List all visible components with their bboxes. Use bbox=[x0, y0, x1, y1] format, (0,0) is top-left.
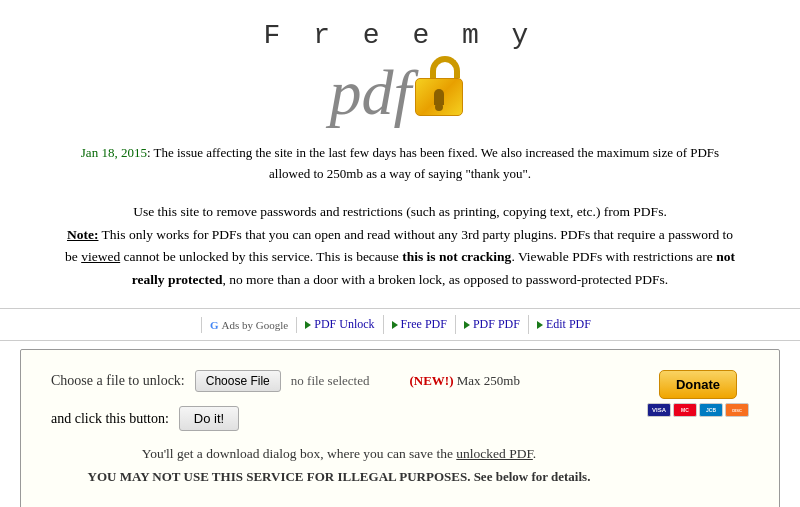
new-text: (NEW!) bbox=[409, 373, 453, 388]
header-title: F r e e m y bbox=[0, 20, 800, 51]
mastercard-icon: MC bbox=[673, 403, 697, 417]
triangle-icon-1 bbox=[392, 321, 398, 329]
news-date-link[interactable]: Jan 18, 2015 bbox=[81, 145, 147, 160]
not-cracking: this is not cracking bbox=[402, 249, 511, 264]
button-label: and click this button: bbox=[51, 411, 169, 427]
info-text: You'll get a download dialog box, where … bbox=[51, 443, 627, 488]
description: Use this site to remove passwords and re… bbox=[0, 193, 800, 301]
discover-icon: DISC bbox=[725, 403, 749, 417]
adbar-item-3[interactable]: Edit PDF bbox=[529, 315, 599, 334]
header: F r e e m y pdf bbox=[0, 0, 800, 135]
triangle-icon-3 bbox=[537, 321, 543, 329]
main-box-inner: Choose a file to unlock: Choose File no … bbox=[51, 370, 749, 488]
file-row: Choose a file to unlock: Choose File no … bbox=[51, 370, 627, 392]
main-content: Choose a file to unlock: Choose File no … bbox=[51, 370, 627, 488]
pdf-text: pdf bbox=[330, 61, 412, 125]
file-label: Choose a file to unlock: bbox=[51, 373, 185, 389]
adbar-item-1[interactable]: Free PDF bbox=[384, 315, 456, 334]
donate-section: Donate VISA MC JCB DISC bbox=[647, 370, 749, 417]
note-label: Note: bbox=[67, 227, 98, 242]
amex-icon: JCB bbox=[699, 403, 723, 417]
google-icon: G bbox=[210, 319, 219, 331]
viewed-word: viewed bbox=[81, 249, 120, 264]
desc-line1: Use this site to remove passwords and re… bbox=[60, 201, 740, 224]
triangle-icon-0 bbox=[305, 321, 311, 329]
adbar-item-0[interactable]: PDF Unlock bbox=[297, 315, 383, 334]
triangle-icon-2 bbox=[464, 321, 470, 329]
logo-area: pdf bbox=[0, 56, 800, 125]
donate-button[interactable]: Donate bbox=[659, 370, 737, 399]
ads-by-google: G Ads by Google bbox=[201, 317, 297, 333]
choose-file-button[interactable]: Choose File bbox=[195, 370, 281, 392]
visa-icon: VISA bbox=[647, 403, 671, 417]
ad-bar: G Ads by Google PDF Unlock Free PDF PDF … bbox=[0, 308, 800, 341]
file-info: no file selected bbox=[291, 373, 370, 389]
button-row: and click this button: Do it! bbox=[51, 406, 627, 431]
warning-text: YOU MAY NOT USE THIS SERVICE FOR ILLEGAL… bbox=[88, 469, 471, 484]
card-icons: VISA MC JCB DISC bbox=[647, 403, 749, 417]
news-banner: Jan 18, 2015: The issue affecting the si… bbox=[0, 135, 800, 193]
news-text: : The issue affecting the site in the la… bbox=[147, 145, 719, 181]
lock-icon bbox=[415, 56, 470, 121]
main-box: Choose a file to unlock: Choose File no … bbox=[20, 349, 780, 507]
adbar-item-2[interactable]: PDF PDF bbox=[456, 315, 529, 334]
unlocked-pdf-text: unlocked PDF bbox=[456, 446, 533, 461]
desc-line2: Note: This only works for PDFs that you … bbox=[60, 224, 740, 293]
doit-button[interactable]: Do it! bbox=[179, 406, 239, 431]
new-badge: (NEW!) Max 250mb bbox=[409, 373, 520, 389]
